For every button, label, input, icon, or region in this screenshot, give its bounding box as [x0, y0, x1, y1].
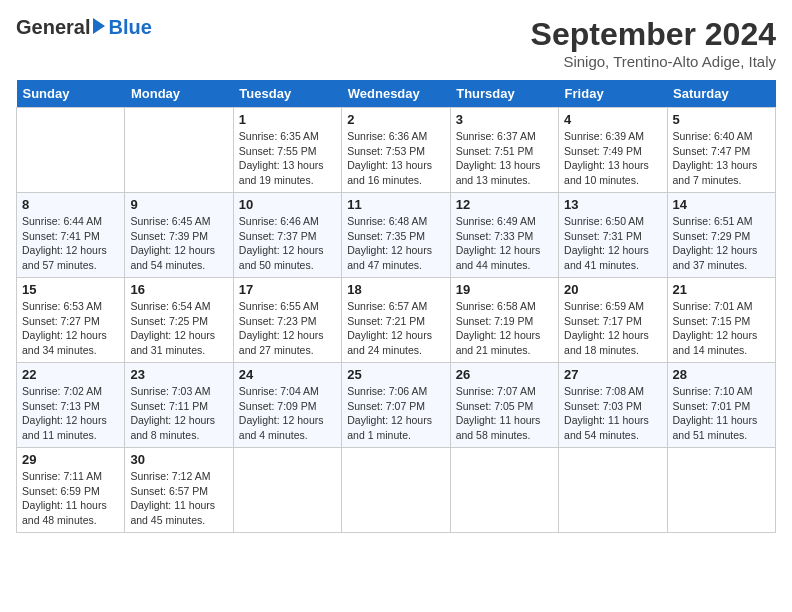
day-number: 1	[239, 112, 336, 127]
day-number: 24	[239, 367, 336, 382]
day-number: 23	[130, 367, 227, 382]
svg-marker-0	[93, 18, 105, 34]
calendar-week-1: 8Sunrise: 6:44 AMSunset: 7:41 PMDaylight…	[17, 193, 776, 278]
calendar-table: Sunday Monday Tuesday Wednesday Thursday…	[16, 80, 776, 533]
day-number: 14	[673, 197, 770, 212]
day-number: 15	[22, 282, 119, 297]
day-cell-20: 20Sunrise: 6:59 AMSunset: 7:17 PMDayligh…	[564, 282, 661, 358]
title-area: September 2024 Sinigo, Trentino-Alto Adi…	[531, 16, 776, 70]
day-info: Sunrise: 6:40 AMSunset: 7:47 PMDaylight:…	[673, 129, 770, 188]
day-cell-2: 2Sunrise: 6:36 AMSunset: 7:53 PMDaylight…	[347, 112, 444, 188]
table-row	[450, 448, 558, 533]
day-info: Sunrise: 7:06 AMSunset: 7:07 PMDaylight:…	[347, 384, 444, 443]
table-row: 30Sunrise: 7:12 AMSunset: 6:57 PMDayligh…	[125, 448, 233, 533]
day-info: Sunrise: 6:54 AMSunset: 7:25 PMDaylight:…	[130, 299, 227, 358]
table-row: 19Sunrise: 6:58 AMSunset: 7:19 PMDayligh…	[450, 278, 558, 363]
header: General Blue September 2024 Sinigo, Tren…	[16, 16, 776, 70]
day-number: 10	[239, 197, 336, 212]
day-info: Sunrise: 7:08 AMSunset: 7:03 PMDaylight:…	[564, 384, 661, 443]
day-info: Sunrise: 6:39 AMSunset: 7:49 PMDaylight:…	[564, 129, 661, 188]
table-row	[559, 448, 667, 533]
day-info: Sunrise: 6:59 AMSunset: 7:17 PMDaylight:…	[564, 299, 661, 358]
table-row: 18Sunrise: 6:57 AMSunset: 7:21 PMDayligh…	[342, 278, 450, 363]
table-row: 10Sunrise: 6:46 AMSunset: 7:37 PMDayligh…	[233, 193, 341, 278]
day-info: Sunrise: 7:03 AMSunset: 7:11 PMDaylight:…	[130, 384, 227, 443]
day-number: 25	[347, 367, 444, 382]
day-cell-28: 28Sunrise: 7:10 AMSunset: 7:01 PMDayligh…	[673, 367, 770, 443]
table-row: 27Sunrise: 7:08 AMSunset: 7:03 PMDayligh…	[559, 363, 667, 448]
day-cell-9: 9Sunrise: 6:45 AMSunset: 7:39 PMDaylight…	[130, 197, 227, 273]
table-row	[233, 448, 341, 533]
day-info: Sunrise: 6:45 AMSunset: 7:39 PMDaylight:…	[130, 214, 227, 273]
day-info: Sunrise: 7:07 AMSunset: 7:05 PMDaylight:…	[456, 384, 553, 443]
table-row: 21Sunrise: 7:01 AMSunset: 7:15 PMDayligh…	[667, 278, 775, 363]
table-row: 14Sunrise: 6:51 AMSunset: 7:29 PMDayligh…	[667, 193, 775, 278]
table-row: 4Sunrise: 6:39 AMSunset: 7:49 PMDaylight…	[559, 108, 667, 193]
col-saturday: Saturday	[667, 80, 775, 108]
table-row: 24Sunrise: 7:04 AMSunset: 7:09 PMDayligh…	[233, 363, 341, 448]
table-row: 17Sunrise: 6:55 AMSunset: 7:23 PMDayligh…	[233, 278, 341, 363]
day-cell-8: 8Sunrise: 6:44 AMSunset: 7:41 PMDaylight…	[22, 197, 119, 273]
day-number: 29	[22, 452, 119, 467]
day-info: Sunrise: 6:49 AMSunset: 7:33 PMDaylight:…	[456, 214, 553, 273]
table-row	[125, 108, 233, 193]
calendar-week-4: 29Sunrise: 7:11 AMSunset: 6:59 PMDayligh…	[17, 448, 776, 533]
page-subtitle: Sinigo, Trentino-Alto Adige, Italy	[531, 53, 776, 70]
day-number: 11	[347, 197, 444, 212]
day-cell-22: 22Sunrise: 7:02 AMSunset: 7:13 PMDayligh…	[22, 367, 119, 443]
day-cell-27: 27Sunrise: 7:08 AMSunset: 7:03 PMDayligh…	[564, 367, 661, 443]
calendar-week-3: 22Sunrise: 7:02 AMSunset: 7:13 PMDayligh…	[17, 363, 776, 448]
day-info: Sunrise: 6:37 AMSunset: 7:51 PMDaylight:…	[456, 129, 553, 188]
table-row: 26Sunrise: 7:07 AMSunset: 7:05 PMDayligh…	[450, 363, 558, 448]
day-number: 27	[564, 367, 661, 382]
table-row: 22Sunrise: 7:02 AMSunset: 7:13 PMDayligh…	[17, 363, 125, 448]
day-number: 17	[239, 282, 336, 297]
day-cell-24: 24Sunrise: 7:04 AMSunset: 7:09 PMDayligh…	[239, 367, 336, 443]
col-sunday: Sunday	[17, 80, 125, 108]
day-cell-1: 1Sunrise: 6:35 AMSunset: 7:55 PMDaylight…	[239, 112, 336, 188]
day-cell-21: 21Sunrise: 7:01 AMSunset: 7:15 PMDayligh…	[673, 282, 770, 358]
logo-general: General	[16, 16, 90, 39]
day-info: Sunrise: 6:53 AMSunset: 7:27 PMDaylight:…	[22, 299, 119, 358]
day-info: Sunrise: 7:01 AMSunset: 7:15 PMDaylight:…	[673, 299, 770, 358]
day-cell-15: 15Sunrise: 6:53 AMSunset: 7:27 PMDayligh…	[22, 282, 119, 358]
day-number: 22	[22, 367, 119, 382]
day-number: 21	[673, 282, 770, 297]
day-cell-25: 25Sunrise: 7:06 AMSunset: 7:07 PMDayligh…	[347, 367, 444, 443]
table-row: 3Sunrise: 6:37 AMSunset: 7:51 PMDaylight…	[450, 108, 558, 193]
day-cell-5: 5Sunrise: 6:40 AMSunset: 7:47 PMDaylight…	[673, 112, 770, 188]
col-wednesday: Wednesday	[342, 80, 450, 108]
day-cell-10: 10Sunrise: 6:46 AMSunset: 7:37 PMDayligh…	[239, 197, 336, 273]
day-number: 28	[673, 367, 770, 382]
table-row: 12Sunrise: 6:49 AMSunset: 7:33 PMDayligh…	[450, 193, 558, 278]
day-number: 19	[456, 282, 553, 297]
logo: General Blue	[16, 16, 152, 39]
page-title: September 2024	[531, 16, 776, 53]
table-row: 29Sunrise: 7:11 AMSunset: 6:59 PMDayligh…	[17, 448, 125, 533]
day-cell-3: 3Sunrise: 6:37 AMSunset: 7:51 PMDaylight…	[456, 112, 553, 188]
day-number: 5	[673, 112, 770, 127]
table-row	[342, 448, 450, 533]
day-info: Sunrise: 6:50 AMSunset: 7:31 PMDaylight:…	[564, 214, 661, 273]
day-number: 13	[564, 197, 661, 212]
table-row: 8Sunrise: 6:44 AMSunset: 7:41 PMDaylight…	[17, 193, 125, 278]
day-info: Sunrise: 7:10 AMSunset: 7:01 PMDaylight:…	[673, 384, 770, 443]
day-cell-12: 12Sunrise: 6:49 AMSunset: 7:33 PMDayligh…	[456, 197, 553, 273]
table-row	[17, 108, 125, 193]
day-info: Sunrise: 6:58 AMSunset: 7:19 PMDaylight:…	[456, 299, 553, 358]
day-cell-19: 19Sunrise: 6:58 AMSunset: 7:19 PMDayligh…	[456, 282, 553, 358]
day-info: Sunrise: 7:12 AMSunset: 6:57 PMDaylight:…	[130, 469, 227, 528]
day-cell-13: 13Sunrise: 6:50 AMSunset: 7:31 PMDayligh…	[564, 197, 661, 273]
day-number: 20	[564, 282, 661, 297]
day-info: Sunrise: 6:55 AMSunset: 7:23 PMDaylight:…	[239, 299, 336, 358]
table-row: 20Sunrise: 6:59 AMSunset: 7:17 PMDayligh…	[559, 278, 667, 363]
table-row: 23Sunrise: 7:03 AMSunset: 7:11 PMDayligh…	[125, 363, 233, 448]
day-cell-26: 26Sunrise: 7:07 AMSunset: 7:05 PMDayligh…	[456, 367, 553, 443]
day-info: Sunrise: 6:35 AMSunset: 7:55 PMDaylight:…	[239, 129, 336, 188]
day-cell-18: 18Sunrise: 6:57 AMSunset: 7:21 PMDayligh…	[347, 282, 444, 358]
day-info: Sunrise: 7:11 AMSunset: 6:59 PMDaylight:…	[22, 469, 119, 528]
day-info: Sunrise: 6:44 AMSunset: 7:41 PMDaylight:…	[22, 214, 119, 273]
col-thursday: Thursday	[450, 80, 558, 108]
logo-blue: Blue	[108, 16, 151, 39]
day-number: 9	[130, 197, 227, 212]
